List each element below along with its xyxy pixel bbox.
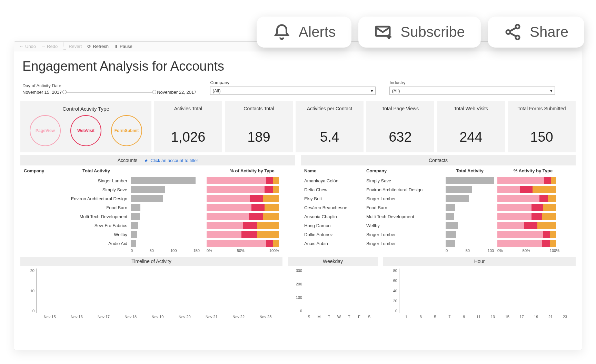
- weekday-chart: Weekday 3002001000 SMTWTFS: [288, 257, 378, 319]
- accounts-table-head: Company Total Activity % of Activity by …: [20, 165, 295, 176]
- account-pct-bar: [207, 231, 279, 238]
- slider-knob-start[interactable]: [62, 90, 67, 94]
- account-row[interactable]: Sew-Fro Fabrics: [20, 221, 295, 230]
- metric-act-per-contact: Activities per Contact 5.4: [296, 101, 364, 152]
- contact-row[interactable]: Elsy BrittSinger Lumber: [301, 194, 576, 203]
- refresh-button[interactable]: ⟳ Refresh: [87, 44, 109, 49]
- alerts-button[interactable]: Alerts: [257, 17, 351, 48]
- contact-name: Amankaya Colón: [304, 178, 366, 183]
- contact-row[interactable]: Anais AubinSinger Lumber: [301, 239, 576, 248]
- industry-select-value: (All): [392, 88, 400, 93]
- account-pct-bar: [207, 222, 279, 229]
- toggle-pageview[interactable]: PageView: [30, 115, 61, 146]
- contact-row[interactable]: Dollie AntunezSinger Lumber: [301, 230, 576, 239]
- contact-total-bar: [446, 231, 494, 238]
- account-row[interactable]: Singer Lumber: [20, 176, 295, 185]
- contact-company: Singer Lumber: [366, 232, 446, 237]
- account-pct-bar: [207, 195, 279, 202]
- metric-web-visits: Total Web Visits 244: [437, 101, 505, 152]
- account-row[interactable]: Food Barn: [20, 203, 295, 212]
- hour-plot: 806040200: [399, 269, 572, 313]
- date-start: November 15, 2017: [22, 90, 62, 95]
- subscribe-button[interactable]: Subscribe: [358, 17, 481, 48]
- weekday-xlabels: SMTWTFS: [288, 315, 378, 319]
- chevron-down-icon: ▾: [550, 88, 553, 93]
- accounts-axis: 050100150 0%50%100%: [20, 248, 295, 253]
- metric-activities-total: Activies Total 1,026: [154, 101, 222, 152]
- industry-filter-label: Industry: [389, 80, 555, 85]
- contact-total-bar: [446, 177, 494, 184]
- account-row[interactable]: Simply Save: [20, 185, 295, 194]
- account-name: Environ Architectural Design: [24, 196, 131, 201]
- metric-contacts-total: Contacts Total 189: [225, 101, 293, 152]
- account-row[interactable]: Audio Aid: [20, 239, 295, 248]
- metrics-row: Control Activity Type PageView WebVisit …: [14, 101, 582, 155]
- industry-select[interactable]: (All) ▾: [389, 87, 555, 95]
- hour-xlabels: 1357911131517192123: [383, 315, 576, 319]
- account-total-bar: [131, 231, 200, 238]
- contact-pct-bar: [497, 204, 556, 211]
- arrow-left-icon: ←: [19, 44, 24, 49]
- company-select[interactable]: (All) ▾: [210, 87, 376, 95]
- account-pct-bar: [207, 213, 279, 220]
- contacts-table-head: Name Company Total Activity % Activity b…: [301, 165, 576, 176]
- svg-point-2: [516, 25, 519, 29]
- account-row[interactable]: Multi Tech Development: [20, 212, 295, 221]
- redo-button[interactable]: → Redo: [41, 44, 58, 49]
- contact-name: Cesáreo Beauchesne: [304, 205, 366, 210]
- contacts-table-body: Amankaya ColónSimply SaveDelta ChewEnvir…: [301, 176, 576, 248]
- contact-total-bar: [446, 204, 494, 211]
- account-name: Simply Save: [24, 187, 131, 192]
- contact-row[interactable]: Cesáreo BeauchesneFood Barn: [301, 203, 576, 212]
- revert-icon: |←: [62, 44, 67, 49]
- account-total-bar: [131, 186, 200, 193]
- contact-name: Ausonia Chaplin: [304, 214, 366, 219]
- contact-row[interactable]: Amankaya ColónSimply Save: [301, 176, 576, 185]
- undo-button[interactable]: ← Undo: [19, 44, 36, 49]
- contact-pct-bar: [497, 240, 556, 247]
- date-filter: Day of Activity Date November 15, 2017 N…: [22, 83, 196, 95]
- account-name: Singer Lumber: [24, 178, 131, 183]
- contact-company: Simply Save: [366, 178, 446, 183]
- toggle-webvisit[interactable]: WebVisit: [70, 115, 101, 146]
- pause-button[interactable]: ⏸ Pause: [113, 44, 132, 49]
- date-slider[interactable]: [64, 92, 154, 93]
- contacts-axis: 050100 0%50%100%: [301, 248, 576, 253]
- timeline-xlabels: Nov 15Nov 16Nov 17Nov 18Nov 19Nov 20Nov …: [20, 315, 282, 319]
- contacts-panel: Contacts Name Company Total Activity % A…: [301, 155, 576, 253]
- contact-row[interactable]: Delta ChewEnviron Architectural Design: [301, 185, 576, 194]
- account-row[interactable]: Environ Architectural Design: [20, 194, 295, 203]
- account-total-bar: [131, 204, 200, 211]
- contact-name: Elsy Britt: [304, 196, 366, 201]
- contact-company: Environ Architectural Design: [366, 187, 446, 192]
- industry-filter: Industry (All) ▾: [389, 80, 555, 95]
- contact-company: Singer Lumber: [366, 196, 446, 201]
- timeline-chart: Timeline of Activity 20100 Nov 15Nov 16N…: [20, 257, 282, 319]
- panels-row: Accounts ★ Click an account to filter Co…: [14, 155, 582, 253]
- toggle-formsubmit[interactable]: FormSubmit: [111, 115, 142, 146]
- contact-name: Anais Aubin: [304, 241, 366, 246]
- company-filter-label: Company: [210, 80, 376, 85]
- contact-name: Hung Damon: [304, 223, 366, 228]
- contact-total-bar: [446, 186, 494, 193]
- account-name: Sew-Fro Fabrics: [24, 223, 131, 228]
- slider-knob-end[interactable]: [152, 90, 156, 94]
- company-select-value: (All): [212, 88, 220, 93]
- arrow-right-icon: →: [41, 44, 46, 49]
- mail-plus-icon: [374, 23, 393, 41]
- hour-chart: Hour 806040200 1357911131517192123: [383, 257, 576, 319]
- account-pct-bar: [207, 240, 279, 247]
- share-button[interactable]: Share: [488, 17, 584, 48]
- contact-row[interactable]: Ausonia ChaplinMulti Tech Development: [301, 212, 576, 221]
- contact-row[interactable]: Hung DamonWellby: [301, 221, 576, 230]
- contact-name: Delta Chew: [304, 187, 366, 192]
- metric-forms-submitted: Total Forms Submitted 150: [508, 101, 576, 152]
- contact-company: Food Barn: [366, 205, 446, 210]
- accounts-hint: ★ Click an account to filter: [144, 158, 198, 163]
- contact-pct-bar: [497, 231, 556, 238]
- contact-pct-bar: [497, 222, 556, 229]
- revert-button[interactable]: |← Revert: [62, 44, 82, 49]
- account-total-bar: [131, 222, 200, 229]
- accounts-panel-header: Accounts ★ Click an account to filter: [20, 155, 295, 165]
- account-row[interactable]: Wellby: [20, 230, 295, 239]
